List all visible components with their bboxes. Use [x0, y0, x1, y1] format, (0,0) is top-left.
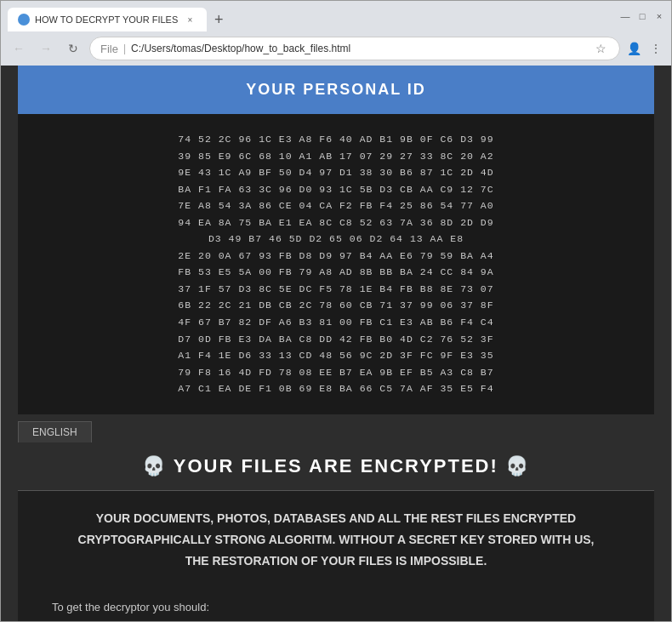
personal-id-header: YOUR PERSONAL ID — [18, 66, 654, 114]
url-path: C:/Users/tomas/Desktop/how_to_back_files… — [131, 43, 587, 54]
page-content: YOUR PERSONAL ID 74 52 2C 96 1C E3 A8 F6… — [1, 66, 671, 621]
instructions-section: To get the decryptor you should: Send 1 … — [18, 589, 654, 621]
back-button[interactable]: ← — [8, 37, 30, 60]
tab-title: HOW TO DECRYPT YOUR FILES — [35, 14, 178, 25]
language-tab-bar: ENGLISH — [1, 414, 671, 442]
address-bar: ← → ↻ File | C:/Users/tomas/Desktop/how_… — [1, 31, 671, 66]
browser-window: HOW TO DECRYPT YOUR FILES × + — □ × ← → … — [0, 0, 672, 622]
personal-id-label: YOUR PERSONAL ID — [246, 81, 426, 98]
active-tab[interactable]: HOW TO DECRYPT YOUR FILES × — [8, 8, 207, 31]
skull-header-text: 💀 YOUR FILES ARE ENCRYPTED! 💀 — [142, 455, 530, 476]
main-warning-text: YOUR DOCUMENTS, PHOTOS, DATABASES AND AL… — [18, 491, 654, 590]
encrypted-header: 💀 YOUR FILES ARE ENCRYPTED! 💀 — [1, 442, 671, 490]
hex-code-block: 74 52 2C 96 1C E3 A8 F6 40 AD B1 9B 0F C… — [18, 114, 654, 414]
bookmark-button[interactable]: ☆ — [592, 40, 609, 57]
forward-button[interactable]: → — [35, 37, 57, 60]
hex-code-text: 74 52 2C 96 1C E3 A8 F6 40 AD B1 9B 0F C… — [43, 131, 629, 397]
instructions-title: To get the decryptor you should: — [52, 597, 620, 619]
url-separator: | — [123, 43, 126, 54]
close-window-button[interactable]: × — [654, 11, 664, 21]
tab-favicon — [18, 14, 30, 26]
warning-content: YOUR DOCUMENTS, PHOTOS, DATABASES AND AL… — [78, 511, 595, 568]
minimize-button[interactable]: — — [620, 11, 630, 21]
title-bar: HOW TO DECRYPT YOUR FILES × + — □ × — [1, 1, 671, 31]
refresh-button[interactable]: ↻ — [62, 37, 84, 60]
url-bar[interactable]: File | C:/Users/tomas/Desktop/how_to_bac… — [89, 37, 620, 60]
window-controls: — □ × — [620, 11, 664, 21]
maximize-button[interactable]: □ — [637, 11, 647, 21]
lang-tab-label: ENGLISH — [32, 426, 77, 438]
english-language-tab[interactable]: ENGLISH — [18, 421, 92, 442]
browser-menu-button[interactable]: ⋮ — [647, 40, 664, 57]
tab-close-button[interactable]: × — [183, 13, 196, 26]
new-tab-button[interactable]: + — [207, 8, 231, 31]
user-account-button[interactable]: 👤 — [625, 40, 642, 57]
tab-bar: HOW TO DECRYPT YOUR FILES × + — [8, 1, 610, 31]
url-scheme: File — [100, 43, 118, 55]
